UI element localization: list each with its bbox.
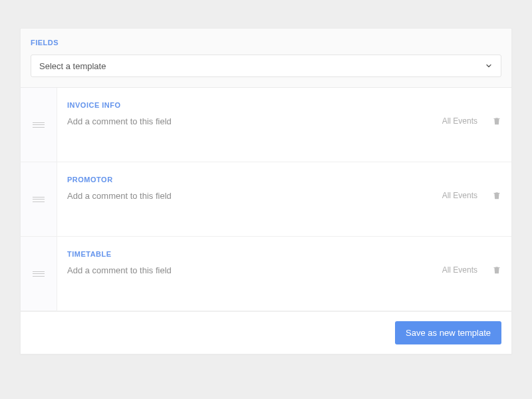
- svg-rect-2: [493, 267, 499, 268]
- template-select[interactable]: Select a template: [31, 55, 501, 77]
- field-body: PROMOTOR All Events: [57, 162, 511, 236]
- drag-icon: [33, 271, 45, 277]
- drag-handle[interactable]: [21, 237, 57, 311]
- events-selector[interactable]: All Events: [442, 265, 477, 275]
- field-title: PROMOTOR: [67, 176, 501, 184]
- field-title: INVOICE INFO: [67, 101, 501, 109]
- fields-panel: FIELDS Select a template INVOICE INFO Al…: [20, 28, 512, 354]
- panel-header: FIELDS Select a template: [21, 29, 511, 88]
- comment-input[interactable]: [67, 116, 442, 126]
- template-select-label: Select a template: [39, 61, 106, 71]
- comment-input[interactable]: [67, 265, 442, 275]
- drag-icon: [33, 197, 45, 202]
- trash-icon[interactable]: [492, 265, 501, 275]
- field-body: TIMETABLE All Events: [57, 237, 511, 311]
- drag-icon: [33, 122, 45, 128]
- comment-input[interactable]: [67, 191, 442, 201]
- drag-handle[interactable]: [21, 88, 57, 162]
- chevron-down-icon: [485, 62, 493, 70]
- field-row: INVOICE INFO All Events: [21, 88, 511, 162]
- trash-icon[interactable]: [492, 116, 501, 126]
- trash-icon[interactable]: [492, 190, 501, 201]
- save-template-button[interactable]: Save as new template: [395, 321, 501, 344]
- events-selector[interactable]: All Events: [442, 116, 477, 126]
- svg-rect-1: [493, 193, 499, 194]
- field-title: TIMETABLE: [67, 250, 501, 258]
- events-selector[interactable]: All Events: [442, 191, 477, 200]
- drag-handle[interactable]: [21, 162, 57, 236]
- panel-title: FIELDS: [31, 39, 501, 47]
- panel-footer: Save as new template: [21, 311, 511, 354]
- field-row: TIMETABLE All Events: [21, 237, 511, 311]
- field-body: INVOICE INFO All Events: [57, 88, 511, 162]
- svg-rect-0: [493, 118, 499, 119]
- field-row: PROMOTOR All Events: [21, 162, 511, 237]
